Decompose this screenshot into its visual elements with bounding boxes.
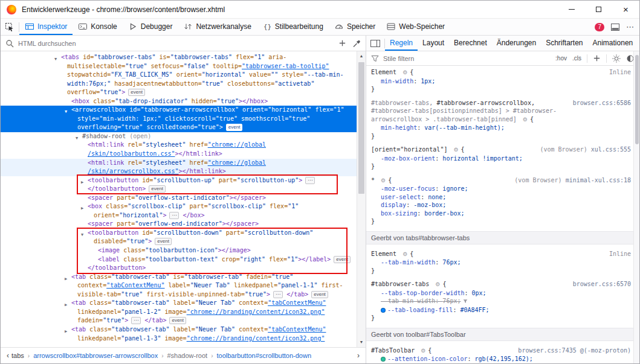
markup-line[interactable]: context="tabContextMenu" label="Neuer Ta… [1, 281, 357, 290]
css-declaration[interactable]: box-sizing: border-box; [371, 209, 633, 218]
markup-line[interactable]: /skin/arrowscrollbox.css"></html:link> [1, 167, 357, 176]
pseudo-class-toggle[interactable]: :hov [555, 55, 567, 62]
sidebar-tab-regeln[interactable]: Regeln [385, 36, 418, 51]
markup-line[interactable]: ▼<arrowscrollbox id="tabbrowser-arrowscr… [1, 106, 357, 115]
sidebar-tab-layout[interactable]: Layout [418, 36, 449, 51]
markup-scrollbar[interactable]: ▲ ▼ [357, 51, 366, 347]
css-rule[interactable]: #tabbrowser-tabs, #tabbrowser-arrowscrol… [371, 99, 633, 141]
event-badge[interactable]: event [155, 238, 172, 245]
more-nodes-badge[interactable]: ⋯ [169, 212, 179, 219]
markup-view[interactable]: ▼<tabs id="tabbrowser-tabs" is="tabbrows… [1, 51, 357, 347]
markup-line[interactable]: fadein="true">⋯ </tab>event [1, 316, 357, 325]
markup-line[interactable]: </toolbarbutton> [1, 264, 357, 273]
markup-line[interactable]: ▶<tab class="tabbrowser-tab" label="Neue… [1, 299, 357, 308]
breadcrumb-scroll-left[interactable]: ‹ [4, 351, 11, 360]
css-declaration[interactable]: --tab-min-width: 76px; [371, 258, 633, 267]
tab-inspektor[interactable]: Inspektor [19, 19, 73, 35]
breadcrumb-item[interactable]: #shadow-root [167, 352, 208, 359]
more-nodes-badge[interactable]: ⋯ [131, 317, 141, 324]
gear-icon[interactable]: ⚙ [402, 69, 407, 75]
css-rule[interactable]: * ⚙{(vom Browser) minimal-xul.css:18-moz… [371, 176, 633, 226]
tab-stilbearbeitung[interactable]: {}Stilbearbeitung [257, 19, 329, 35]
css-declaration[interactable]: -moz-box-orient: horizontal !important; [371, 155, 633, 163]
css-declaration[interactable]: min-height: var(--tab-min-height); [371, 124, 633, 132]
event-badge[interactable]: event [169, 317, 186, 324]
markup-line[interactable]: <spacer part="overflow-start-indicator">… [1, 194, 357, 203]
markup-line[interactable]: orient="horizontal">⋯ </box> [1, 211, 357, 220]
split-console-icon[interactable] [610, 22, 620, 32]
css-rule[interactable]: Element ⚙{Inlinemin-width: 1px;} [371, 68, 633, 94]
markup-line[interactable]: ▶<toolbarbutton id="scrollbutton-up" par… [1, 176, 357, 185]
breadcrumb-item[interactable]: arrowscrollbox#tabbrowser-arrowscrollbox [33, 352, 158, 359]
css-rule[interactable]: #tabbrowser-tabs ⚙{browser.css:6570--tab… [371, 280, 633, 322]
gear-icon[interactable]: ⚙ [523, 117, 528, 123]
markup-line[interactable]: style="min-width: 1px;" clicktoscroll="t… [1, 115, 357, 124]
style-filter-input[interactable]: Stile filtern [383, 55, 551, 62]
stylesheet-link[interactable]: browser.css:6570 [573, 281, 631, 287]
tab-debugger[interactable]: Debugger [123, 19, 178, 35]
markup-line[interactable]: <spacer part="overflow-end-indicator"></… [1, 220, 357, 229]
markup-line[interactable]: ▶<tab class="tabbrowser-tab" is="tabbrow… [1, 273, 357, 282]
rules-scrollbar[interactable] [633, 51, 639, 363]
markup-line[interactable]: overflowing="true" scrolledtoend="true">… [1, 123, 357, 132]
tab-web-speicher[interactable]: Web-Speicher [381, 19, 450, 35]
markup-line[interactable]: <hbox class="tab-drop-indicator" hidden=… [1, 97, 357, 106]
minimize-button[interactable] [558, 1, 585, 19]
maximize-button[interactable] [585, 1, 612, 19]
markup-line[interactable]: linkedpanel="panel-1-2" image="chrome://… [1, 308, 357, 317]
breadcrumb-item[interactable]: toolbarbutton#scrollbutton-down [217, 352, 312, 359]
markup-line[interactable]: ▼<tabs id="tabbrowser-tabs" is="tabbrows… [1, 53, 357, 62]
gear-icon[interactable]: ⚙ [402, 251, 407, 257]
markup-search-bar[interactable]: HTML durchsuchen [1, 36, 366, 51]
markup-line[interactable]: disabled="true">event [1, 237, 357, 246]
class-toggle[interactable]: .cls [572, 55, 581, 62]
three-pane-toggle-button[interactable] [366, 36, 384, 51]
css-declaration[interactable]: --tab-loading-fill: #0A84FF; [371, 306, 633, 315]
css-declaration[interactable]: --attention-icon-color: rgb(42,195,162); [371, 355, 633, 363]
stylesheet-link[interactable]: minimal-xul.css:18 [566, 177, 631, 184]
css-declaration[interactable]: user-select: none; [371, 193, 633, 202]
markup-line[interactable]: width:76px;" hasadjacentnewtabbutton="tr… [1, 80, 357, 89]
markup-line[interactable]: <html:link rel="stylesheet" href="chrome… [1, 159, 357, 168]
markup-line[interactable]: stopwatchid="FX_TAB_CLICK_MS" orient="ho… [1, 71, 357, 80]
more-nodes-badge[interactable]: ⋯ [273, 291, 283, 298]
scroll-down-arrow-icon[interactable]: ▼ [357, 338, 366, 346]
more-nodes-badge[interactable]: ⋯ [305, 177, 315, 184]
sidebar-tab-berechnet[interactable]: Berechnet [449, 36, 492, 51]
scroll-up-arrow-icon[interactable]: ▲ [357, 52, 366, 60]
node-picker-button[interactable] [1, 19, 19, 35]
breadcrumb-item[interactable]: tabs [11, 352, 24, 359]
markup-line[interactable]: ▼#shadow-root (open) [1, 132, 357, 141]
add-rule-button[interactable] [593, 54, 601, 62]
gear-icon[interactable]: ⚙ [421, 348, 425, 354]
stylesheet-link[interactable]: browser.css:6586 [573, 100, 631, 106]
breadcrumb-scroll-right[interactable]: › [355, 351, 362, 360]
markup-line[interactable]: <image class="toolbarbutton-icon"></imag… [1, 246, 357, 255]
event-badge[interactable]: event [311, 291, 328, 298]
tab-speicher[interactable]: Speicher [329, 19, 381, 35]
search-input[interactable]: HTML durchsuchen [18, 40, 334, 47]
sidebar-tab-änderungen[interactable]: Änderungen [492, 36, 541, 51]
event-badge[interactable]: event [149, 185, 166, 193]
markup-line[interactable]: ▶<box class="scrollbox-clip" part="scrol… [1, 202, 357, 211]
event-badge[interactable]: event [128, 89, 145, 96]
sidebar-tab-animationen[interactable]: Animationen [588, 36, 638, 51]
markup-line[interactable]: visible-tab="true" first-visible-unpinne… [1, 290, 357, 299]
markup-line[interactable]: linkedpanel="panel-1-3" image="chrome://… [1, 334, 357, 343]
add-node-button[interactable] [338, 39, 346, 47]
event-badge[interactable]: event [226, 124, 243, 131]
markup-line[interactable]: /skin/toolbarbutton.css"></html:link> [1, 150, 357, 159]
css-declaration[interactable]: -moz-user-focus: ignore; [371, 185, 633, 193]
color-swatch[interactable] [381, 357, 386, 362]
meatball-menu-icon[interactable]: ⋯ [626, 22, 635, 31]
eyedropper-button[interactable] [352, 39, 361, 48]
css-declaration[interactable]: --tabs-top-border-width: 0px; [371, 289, 633, 298]
light-scheme-icon[interactable] [612, 54, 621, 63]
markup-line[interactable]: ▼<toolbarbutton id="scrollbutton-down" p… [1, 229, 357, 238]
stylesheet-link[interactable]: xul.css:555 [591, 146, 631, 153]
markup-line[interactable]: </toolbarbutton>event [1, 185, 357, 194]
markup-line[interactable]: ▶<tab class="tabbrowser-tab" label="Neue… [1, 325, 357, 334]
gear-icon[interactable]: ⚙ [435, 281, 440, 287]
error-count-badge[interactable]: 7 [595, 23, 604, 31]
css-declaration[interactable]: --tab-min-width: 76px; [371, 297, 633, 306]
